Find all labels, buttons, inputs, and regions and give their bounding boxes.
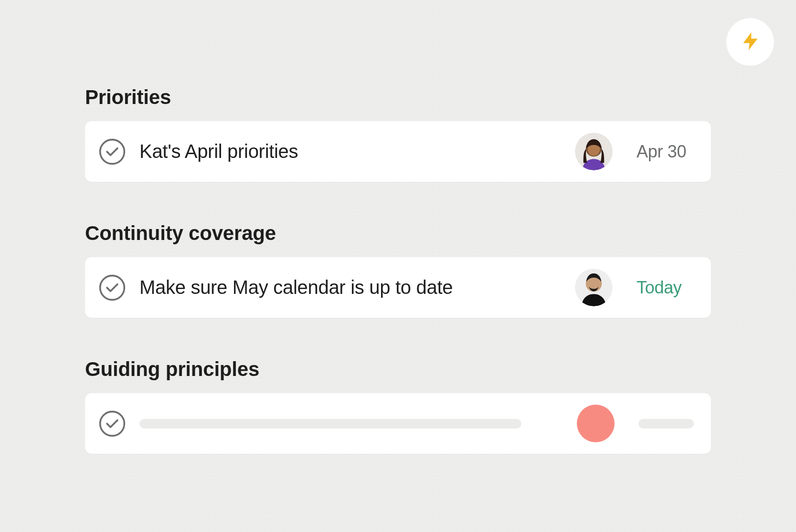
check-circle-icon — [98, 410, 126, 438]
task-title: Kat's April priorities — [139, 141, 575, 162]
automation-button[interactable] — [726, 18, 774, 66]
assignee-avatar[interactable] — [575, 133, 613, 170]
check-circle-icon — [98, 138, 126, 166]
task-row[interactable]: Kat's April priorities — [85, 121, 711, 182]
section-title-continuity: Continuity coverage — [85, 222, 711, 245]
avatar-icon — [575, 133, 613, 170]
assignee-avatar-placeholder[interactable] — [577, 405, 615, 442]
task-due-date-placeholder — [638, 419, 694, 428]
task-due-date: Today — [637, 278, 694, 298]
section-title-guiding: Guiding principles — [85, 358, 711, 381]
task-due-date: Apr 30 — [637, 142, 694, 162]
task-row[interactable] — [85, 393, 711, 454]
section-title-priorities: Priorities — [85, 86, 711, 109]
task-title-placeholder — [139, 419, 521, 428]
complete-task-button[interactable] — [98, 410, 126, 438]
complete-task-button[interactable] — [98, 138, 126, 166]
avatar-icon — [575, 269, 613, 306]
svg-point-9 — [100, 411, 125, 436]
task-title: Make sure May calendar is up to date — [139, 277, 575, 298]
lightning-icon — [740, 31, 761, 54]
check-circle-icon — [98, 274, 126, 302]
svg-point-5 — [100, 275, 125, 300]
assignee-avatar[interactable] — [575, 269, 613, 306]
svg-point-0 — [100, 139, 125, 164]
complete-task-button[interactable] — [98, 274, 126, 302]
task-row[interactable]: Make sure May calendar is up to date Tod — [85, 257, 711, 318]
